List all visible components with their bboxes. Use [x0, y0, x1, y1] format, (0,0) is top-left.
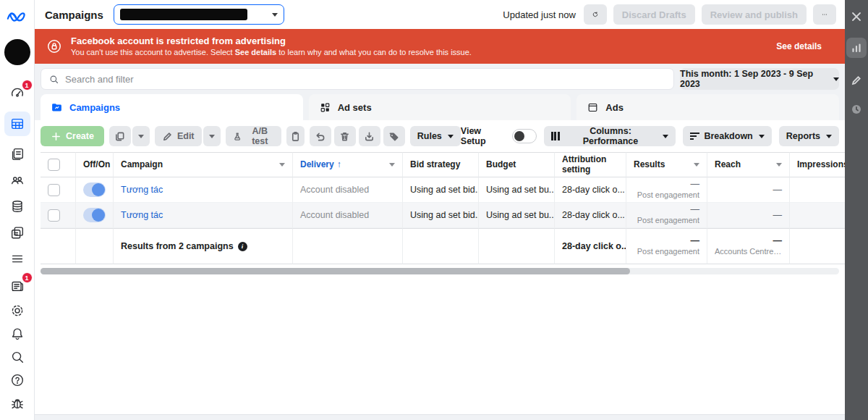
header-budget[interactable]: Budget [479, 152, 555, 177]
impressions-cell [790, 203, 845, 228]
chevron-down-icon[interactable] [279, 163, 285, 167]
insights-chart-icon[interactable] [846, 38, 867, 58]
history-clock-icon[interactable] [847, 100, 866, 119]
impressions-cell [790, 177, 845, 203]
header-impressions[interactable]: Impressions [790, 152, 845, 177]
view-setup-toggle[interactable] [512, 129, 537, 143]
billing-icon[interactable] [6, 196, 29, 217]
columns-button[interactable]: Columns: Performance [544, 126, 676, 146]
edit-button[interactable]: Edit [155, 126, 202, 146]
campaign-toggle[interactable] [83, 208, 106, 222]
level-tabs: Campaigns Ad sets Ads [35, 94, 845, 120]
tab-ads[interactable]: Ads [576, 94, 839, 120]
header-campaign[interactable]: Campaign [114, 152, 293, 177]
account-name-redacted [120, 9, 247, 20]
header-results[interactable]: Results [626, 152, 707, 177]
header-reach[interactable]: Reach [707, 152, 790, 177]
refresh-icon [592, 9, 598, 20]
ads-manager-icon[interactable] [4, 112, 30, 136]
chevron-down-icon[interactable] [776, 163, 782, 167]
duplicate-button[interactable] [109, 126, 131, 146]
delivery-cell: Account disabled [293, 203, 403, 228]
tag-button[interactable] [383, 126, 405, 146]
tab-campaigns[interactable]: Campaigns [41, 94, 303, 120]
campaign-row: Tương tác Account disabled Using ad set … [41, 203, 845, 228]
all-tools-icon[interactable] [6, 248, 29, 269]
notifications-bell-icon[interactable] [6, 323, 29, 345]
discard-drafts-button[interactable]: Discard Drafts [613, 4, 695, 25]
ad-sets-icon [319, 101, 331, 114]
header-attribution[interactable]: Attribution setting [555, 152, 626, 177]
summary-row: Results from 2 campaignsi 28-day click o… [41, 228, 845, 264]
campaign-name-link[interactable]: Tương tác [121, 185, 163, 195]
more-options-button[interactable] [813, 4, 836, 25]
chevron-down-icon [448, 135, 454, 138]
chevron-down-icon[interactable] [694, 163, 699, 167]
attribution-cell: 28-day click o... [555, 203, 626, 228]
search-filter-box[interactable] [41, 68, 674, 90]
ab-test-button[interactable]: A/B test [226, 126, 281, 146]
search-input[interactable] [65, 74, 666, 85]
date-range-selector[interactable]: This month: 1 Sep 2023 - 9 Sep 2023 [680, 68, 839, 90]
undo-button[interactable] [310, 126, 331, 146]
campaign-row: Tương tác Account disabled Using ad set … [41, 177, 845, 203]
ads-card-icon [587, 101, 599, 114]
pencil-icon [162, 131, 173, 142]
view-setup-control: View Setup [461, 126, 537, 146]
toggle-knob [514, 131, 524, 141]
report-bug-icon[interactable] [6, 392, 29, 414]
chevron-down-icon [138, 135, 144, 138]
account-overview-icon[interactable]: 1 [6, 83, 29, 104]
notifications-badge: 1 [22, 80, 33, 91]
see-details-link[interactable]: See details [776, 41, 833, 51]
export-button[interactable] [359, 126, 380, 146]
breakdown-icon [690, 131, 699, 141]
results-cell: —Post engagement [626, 177, 707, 203]
close-icon[interactable] [847, 7, 866, 26]
refresh-button[interactable] [584, 4, 607, 25]
clipboard-button[interactable] [286, 126, 305, 146]
right-tool-rail [845, 0, 868, 420]
select-all-checkbox[interactable] [48, 159, 60, 171]
rules-button[interactable]: Rules [410, 126, 461, 146]
whats-new-icon[interactable]: 1 [6, 275, 29, 297]
ad-account-selector[interactable] [114, 4, 284, 25]
chevron-down-icon [826, 135, 832, 138]
row-checkbox[interactable] [48, 209, 60, 222]
tab-ad-sets[interactable]: Ad sets [309, 94, 571, 120]
audiences-icon[interactable] [6, 169, 29, 191]
breakdown-button[interactable]: Breakdown [683, 126, 771, 146]
banner-message: You can't use this account to advertise.… [71, 47, 472, 58]
summary-results-cell: —Post engagement [626, 228, 707, 264]
ads-reporting-icon[interactable] [6, 143, 29, 165]
settings-gear-icon[interactable] [6, 300, 29, 322]
reports-button[interactable]: Reports [779, 126, 839, 146]
chevron-down-icon[interactable] [389, 163, 395, 167]
header-bid-strategy[interactable]: Bid strategy [403, 152, 479, 177]
row-checkbox[interactable] [48, 184, 60, 196]
campaign-toggle[interactable] [83, 182, 106, 197]
create-button[interactable]: Create [41, 126, 104, 146]
review-publish-button[interactable]: Review and publish [702, 4, 807, 25]
media-library-icon[interactable] [6, 222, 29, 243]
campaign-name-link[interactable]: Tương tác [121, 210, 163, 220]
delivery-cell: Account disabled [293, 177, 403, 203]
plus-icon [51, 131, 61, 142]
meta-logo-icon[interactable] [6, 6, 29, 26]
edit-pencil-icon[interactable] [847, 71, 866, 90]
header-delivery[interactable]: Delivery↑ [293, 152, 403, 177]
search-icon[interactable] [6, 346, 29, 368]
scrollbar-thumb[interactable] [41, 268, 630, 274]
edit-menu-button[interactable] [203, 126, 221, 146]
info-icon[interactable]: i [238, 242, 247, 251]
results-cell: —Post engagement [626, 203, 707, 228]
flask-icon [233, 131, 242, 142]
help-icon[interactable] [6, 369, 29, 391]
main-area: Campaigns Updated just now Discard Draft… [35, 0, 845, 420]
duplicate-menu-button[interactable] [132, 126, 150, 146]
campaigns-toolbar: Create Edit A/B test [35, 126, 845, 152]
chevron-down-icon [833, 77, 839, 81]
delete-button[interactable] [334, 126, 356, 146]
account-avatar[interactable] [4, 39, 30, 65]
horizontal-scrollbar[interactable] [41, 268, 839, 274]
